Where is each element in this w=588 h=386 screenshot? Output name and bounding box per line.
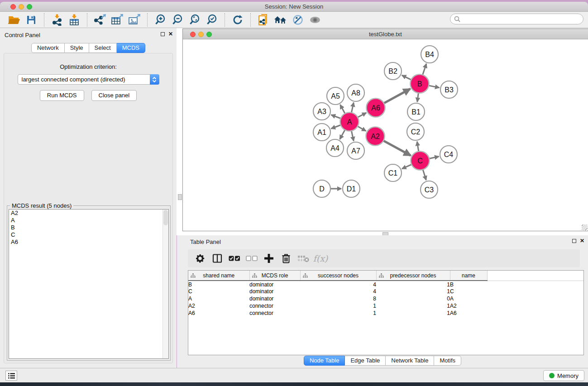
table-row[interactable]: Bdominator41B [188,281,583,288]
select-all-checks-icon[interactable] [226,251,243,266]
table-cell[interactable]: 1 [376,310,450,317]
column-header-predecessor-nodes[interactable]: predecessor nodes [376,271,450,281]
graph-node-C2[interactable]: C2 [407,123,424,140]
graph-edge-C-C4[interactable] [428,157,439,159]
refresh-icon[interactable] [229,12,246,28]
mcds-result-list[interactable]: A2ABCA6 [9,209,169,359]
table-cell[interactable]: 4 [300,288,376,295]
mcds-result-item[interactable]: A [9,217,168,224]
table-cell[interactable]: A6 [188,310,249,317]
open-session-icon[interactable] [5,12,23,28]
tab-network-table[interactable]: Network Table [386,356,434,366]
graph-node-A1[interactable]: A1 [313,124,330,141]
export-table-icon[interactable] [109,12,126,28]
table-cell[interactable]: A2 [188,302,249,310]
table-cell[interactable]: 1 [376,281,450,288]
duplicate-network-icon[interactable] [255,12,272,28]
graph-edge-B-B2[interactable] [402,75,412,80]
tab-motifs[interactable]: Motifs [434,356,461,366]
list-scrollbar[interactable] [163,210,168,358]
criterion-dropdown[interactable]: largest connected component (directed) [18,74,159,85]
table-cell[interactable]: 1 [300,302,376,310]
graph-node-A3[interactable]: A3 [313,103,330,120]
graph-node-B4[interactable]: B4 [421,46,438,63]
table-cell[interactable]: 1 [300,310,376,317]
table-cell[interactable]: connector [249,310,300,317]
table-row[interactable]: A2connector11A2 [188,302,583,310]
tab-select[interactable]: Select [89,43,117,53]
table-cell[interactable]: dominator [249,281,300,288]
frame-resize-grip[interactable] [582,224,588,230]
column-header-shared-name[interactable]: shared name [188,271,249,281]
graph-node-A[interactable]: A [340,113,359,131]
memory-button[interactable]: Memory [543,370,584,381]
graph-edge-C-C1[interactable] [402,164,412,169]
graph-node-B[interactable]: B [411,75,429,93]
graph-edge-A-A8[interactable] [351,102,354,113]
close-panel-icon[interactable]: ✕ [168,32,173,36]
tab-node-table[interactable]: Node Table [304,356,345,366]
graph-node-A5[interactable]: A5 [327,87,344,105]
graph-node-C[interactable]: C [411,152,430,170]
table-cell[interactable]: A [450,295,487,302]
graph-node-C1[interactable]: C1 [384,164,402,181]
run-mcds-button[interactable]: Run MCDS [40,90,84,101]
float-table-panel-icon[interactable] [572,239,576,243]
function-builder-icon[interactable]: f(x) [312,251,329,266]
graph-edge-A-A5[interactable] [340,105,346,114]
show-column-icon[interactable] [209,251,226,266]
zoom-fit-icon[interactable] [186,12,203,28]
graph-node-C3[interactable]: C3 [421,181,438,198]
graph-edge-A-A6[interactable] [357,113,366,118]
import-table-icon[interactable] [66,12,83,28]
graph-edge-A-A4[interactable] [340,129,345,139]
table-cell[interactable]: A [188,295,249,302]
table-cell[interactable]: 1 [376,302,450,310]
close-panel-button[interactable]: Close panel [91,90,137,101]
network-frame-titlebar[interactable]: testGlobe.txt [183,29,588,39]
close-table-panel-icon[interactable]: ✕ [580,238,584,243]
float-panel-icon[interactable] [161,32,165,36]
zoom-in-icon[interactable] [152,12,169,28]
mcds-result-item[interactable]: A2 [9,210,168,217]
graph-edge-B-B3[interactable] [428,86,439,88]
table-row[interactable]: A6connector11A6 [188,310,583,317]
table-cell[interactable]: 1 [376,288,450,295]
hide-labels-icon[interactable] [289,12,306,28]
table-cell[interactable]: C [188,288,249,295]
export-image-icon[interactable] [126,12,143,28]
graph-node-D[interactable]: D [313,180,330,197]
zoom-out-icon[interactable] [169,12,186,28]
mcds-result-item[interactable]: B [9,224,168,231]
tab-mcds[interactable]: MCDS [117,43,145,53]
column-header-successor-nodes[interactable]: successor nodes [300,271,376,281]
table-row[interactable]: Adominator80A [188,295,583,302]
add-column-icon[interactable] [260,251,277,266]
vertical-splitter-handle[interactable] [178,194,182,200]
graph-edge-C-C2[interactable] [417,142,419,152]
graph-edge-A-A1[interactable] [331,125,342,129]
graph-node-A6[interactable]: A6 [367,99,385,117]
table-cell[interactable]: A6 [450,310,487,317]
graph-node-A7[interactable]: A7 [347,142,364,159]
graph-node-D1[interactable]: D1 [343,180,360,197]
table-cell[interactable]: connector [249,302,300,310]
table-cell[interactable]: B [450,281,487,288]
graph-node-B3[interactable]: B3 [440,81,458,98]
delete-table-icon[interactable] [295,251,312,266]
settings-gear-icon[interactable] [191,251,209,266]
save-session-icon[interactable] [23,12,40,28]
graph-node-B1[interactable]: B1 [407,103,425,120]
clear-checks-icon[interactable] [243,251,260,266]
graph-edge-A-A7[interactable] [351,130,354,141]
network-canvas[interactable]: B4B2BB3A8A5A6B1A3AC2A1A2A4A7C4CC1C3DD1 [183,39,588,231]
graph-edge-B-B1[interactable] [417,92,419,102]
eye-icon[interactable] [306,12,324,28]
search-input[interactable] [450,14,583,24]
mcds-result-item[interactable]: C [9,231,168,238]
graph-node-A8[interactable]: A8 [347,84,364,101]
home-views-icon[interactable] [272,12,289,28]
graph-edge-A-A3[interactable] [331,115,342,119]
table-cell[interactable]: 8 [300,295,376,302]
table-cell[interactable]: dominator [249,288,300,295]
